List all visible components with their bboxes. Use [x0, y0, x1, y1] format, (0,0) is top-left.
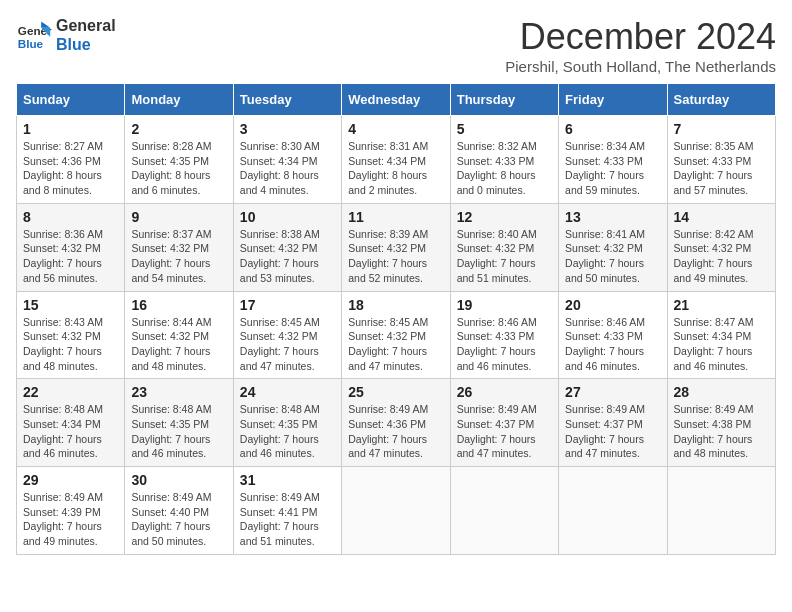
day-number: 19 — [457, 297, 552, 313]
day-number: 30 — [131, 472, 226, 488]
calendar-week-4: 22Sunrise: 8:48 AMSunset: 4:34 PMDayligh… — [17, 379, 776, 467]
svg-text:Blue: Blue — [18, 37, 44, 50]
day-info: Sunrise: 8:48 AMSunset: 4:35 PMDaylight:… — [131, 402, 226, 461]
title-area: December 2024 Piershil, South Holland, T… — [505, 16, 776, 75]
calendar-cell: 22Sunrise: 8:48 AMSunset: 4:34 PMDayligh… — [17, 379, 125, 467]
day-info: Sunrise: 8:41 AMSunset: 4:32 PMDaylight:… — [565, 227, 660, 286]
header: General Blue General Blue December 2024 … — [16, 16, 776, 75]
day-info: Sunrise: 8:32 AMSunset: 4:33 PMDaylight:… — [457, 139, 552, 198]
calendar-cell: 25Sunrise: 8:49 AMSunset: 4:36 PMDayligh… — [342, 379, 450, 467]
calendar-cell: 23Sunrise: 8:48 AMSunset: 4:35 PMDayligh… — [125, 379, 233, 467]
day-info: Sunrise: 8:48 AMSunset: 4:34 PMDaylight:… — [23, 402, 118, 461]
calendar-cell: 19Sunrise: 8:46 AMSunset: 4:33 PMDayligh… — [450, 291, 558, 379]
calendar-body: 1Sunrise: 8:27 AMSunset: 4:36 PMDaylight… — [17, 116, 776, 555]
day-info: Sunrise: 8:46 AMSunset: 4:33 PMDaylight:… — [457, 315, 552, 374]
calendar-cell: 5Sunrise: 8:32 AMSunset: 4:33 PMDaylight… — [450, 116, 558, 204]
calendar-week-3: 15Sunrise: 8:43 AMSunset: 4:32 PMDayligh… — [17, 291, 776, 379]
day-number: 2 — [131, 121, 226, 137]
calendar-cell: 2Sunrise: 8:28 AMSunset: 4:35 PMDaylight… — [125, 116, 233, 204]
weekday-header-row: SundayMondayTuesdayWednesdayThursdayFrid… — [17, 84, 776, 116]
weekday-header-saturday: Saturday — [667, 84, 775, 116]
day-number: 21 — [674, 297, 769, 313]
weekday-header-wednesday: Wednesday — [342, 84, 450, 116]
day-info: Sunrise: 8:34 AMSunset: 4:33 PMDaylight:… — [565, 139, 660, 198]
day-number: 20 — [565, 297, 660, 313]
calendar-cell — [450, 467, 558, 555]
day-number: 14 — [674, 209, 769, 225]
calendar-cell: 21Sunrise: 8:47 AMSunset: 4:34 PMDayligh… — [667, 291, 775, 379]
day-number: 4 — [348, 121, 443, 137]
calendar-week-5: 29Sunrise: 8:49 AMSunset: 4:39 PMDayligh… — [17, 467, 776, 555]
day-number: 25 — [348, 384, 443, 400]
day-number: 11 — [348, 209, 443, 225]
calendar-cell: 14Sunrise: 8:42 AMSunset: 4:32 PMDayligh… — [667, 203, 775, 291]
day-info: Sunrise: 8:40 AMSunset: 4:32 PMDaylight:… — [457, 227, 552, 286]
day-number: 9 — [131, 209, 226, 225]
day-info: Sunrise: 8:49 AMSunset: 4:41 PMDaylight:… — [240, 490, 335, 549]
logo-icon: General Blue — [16, 17, 52, 53]
day-number: 28 — [674, 384, 769, 400]
calendar-cell — [342, 467, 450, 555]
day-number: 5 — [457, 121, 552, 137]
calendar-cell: 3Sunrise: 8:30 AMSunset: 4:34 PMDaylight… — [233, 116, 341, 204]
day-info: Sunrise: 8:30 AMSunset: 4:34 PMDaylight:… — [240, 139, 335, 198]
day-number: 29 — [23, 472, 118, 488]
calendar-cell — [559, 467, 667, 555]
day-info: Sunrise: 8:31 AMSunset: 4:34 PMDaylight:… — [348, 139, 443, 198]
day-info: Sunrise: 8:45 AMSunset: 4:32 PMDaylight:… — [348, 315, 443, 374]
day-info: Sunrise: 8:48 AMSunset: 4:35 PMDaylight:… — [240, 402, 335, 461]
day-number: 18 — [348, 297, 443, 313]
calendar-cell — [667, 467, 775, 555]
day-info: Sunrise: 8:38 AMSunset: 4:32 PMDaylight:… — [240, 227, 335, 286]
day-info: Sunrise: 8:35 AMSunset: 4:33 PMDaylight:… — [674, 139, 769, 198]
day-info: Sunrise: 8:42 AMSunset: 4:32 PMDaylight:… — [674, 227, 769, 286]
day-info: Sunrise: 8:47 AMSunset: 4:34 PMDaylight:… — [674, 315, 769, 374]
calendar-cell: 7Sunrise: 8:35 AMSunset: 4:33 PMDaylight… — [667, 116, 775, 204]
month-title: December 2024 — [505, 16, 776, 58]
calendar-cell: 16Sunrise: 8:44 AMSunset: 4:32 PMDayligh… — [125, 291, 233, 379]
calendar-cell: 15Sunrise: 8:43 AMSunset: 4:32 PMDayligh… — [17, 291, 125, 379]
location-title: Piershil, South Holland, The Netherlands — [505, 58, 776, 75]
day-number: 7 — [674, 121, 769, 137]
calendar-cell: 8Sunrise: 8:36 AMSunset: 4:32 PMDaylight… — [17, 203, 125, 291]
calendar-cell: 29Sunrise: 8:49 AMSunset: 4:39 PMDayligh… — [17, 467, 125, 555]
day-info: Sunrise: 8:37 AMSunset: 4:32 PMDaylight:… — [131, 227, 226, 286]
day-info: Sunrise: 8:28 AMSunset: 4:35 PMDaylight:… — [131, 139, 226, 198]
calendar-cell: 11Sunrise: 8:39 AMSunset: 4:32 PMDayligh… — [342, 203, 450, 291]
logo: General Blue General Blue — [16, 16, 116, 54]
weekday-header-monday: Monday — [125, 84, 233, 116]
weekday-header-thursday: Thursday — [450, 84, 558, 116]
day-number: 31 — [240, 472, 335, 488]
day-info: Sunrise: 8:49 AMSunset: 4:37 PMDaylight:… — [565, 402, 660, 461]
day-info: Sunrise: 8:27 AMSunset: 4:36 PMDaylight:… — [23, 139, 118, 198]
day-number: 6 — [565, 121, 660, 137]
logo-blue: Blue — [56, 35, 116, 54]
day-number: 13 — [565, 209, 660, 225]
day-number: 8 — [23, 209, 118, 225]
calendar-cell: 4Sunrise: 8:31 AMSunset: 4:34 PMDaylight… — [342, 116, 450, 204]
calendar-cell: 20Sunrise: 8:46 AMSunset: 4:33 PMDayligh… — [559, 291, 667, 379]
calendar-cell: 13Sunrise: 8:41 AMSunset: 4:32 PMDayligh… — [559, 203, 667, 291]
calendar-cell: 6Sunrise: 8:34 AMSunset: 4:33 PMDaylight… — [559, 116, 667, 204]
day-number: 3 — [240, 121, 335, 137]
day-number: 16 — [131, 297, 226, 313]
calendar-cell: 24Sunrise: 8:48 AMSunset: 4:35 PMDayligh… — [233, 379, 341, 467]
day-number: 27 — [565, 384, 660, 400]
day-info: Sunrise: 8:49 AMSunset: 4:40 PMDaylight:… — [131, 490, 226, 549]
day-number: 10 — [240, 209, 335, 225]
calendar-cell: 18Sunrise: 8:45 AMSunset: 4:32 PMDayligh… — [342, 291, 450, 379]
day-number: 26 — [457, 384, 552, 400]
calendar-cell: 28Sunrise: 8:49 AMSunset: 4:38 PMDayligh… — [667, 379, 775, 467]
day-number: 1 — [23, 121, 118, 137]
logo-general: General — [56, 16, 116, 35]
day-number: 12 — [457, 209, 552, 225]
day-info: Sunrise: 8:46 AMSunset: 4:33 PMDaylight:… — [565, 315, 660, 374]
calendar-cell: 30Sunrise: 8:49 AMSunset: 4:40 PMDayligh… — [125, 467, 233, 555]
day-number: 22 — [23, 384, 118, 400]
day-info: Sunrise: 8:36 AMSunset: 4:32 PMDaylight:… — [23, 227, 118, 286]
weekday-header-sunday: Sunday — [17, 84, 125, 116]
calendar-cell: 10Sunrise: 8:38 AMSunset: 4:32 PMDayligh… — [233, 203, 341, 291]
day-info: Sunrise: 8:45 AMSunset: 4:32 PMDaylight:… — [240, 315, 335, 374]
calendar-cell: 27Sunrise: 8:49 AMSunset: 4:37 PMDayligh… — [559, 379, 667, 467]
day-info: Sunrise: 8:49 AMSunset: 4:36 PMDaylight:… — [348, 402, 443, 461]
